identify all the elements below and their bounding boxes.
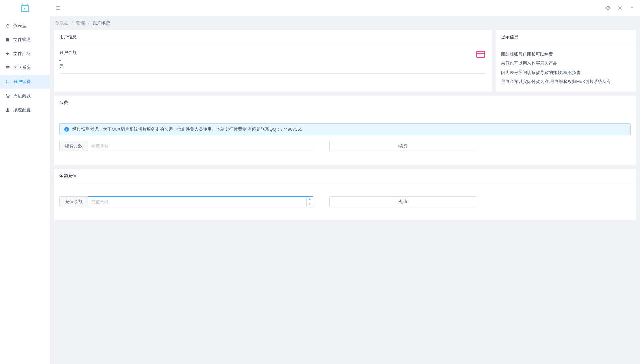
balance-unit: 元 xyxy=(59,63,77,69)
breadcrumb-current: 账户续费 xyxy=(93,20,110,25)
card-title: 提示信息 xyxy=(496,30,636,44)
refresh-button[interactable] xyxy=(605,5,611,11)
sidebar-item-renew[interactable]: 账户续费 xyxy=(0,75,50,89)
sidebar-item-square[interactable]: 文件广场 xyxy=(0,47,50,61)
sidebar-item-label: 系统配置 xyxy=(13,107,31,113)
header xyxy=(50,0,640,16)
sidebar-menu: 仪表盘 文件管理 文件广场 团队系统 xyxy=(0,16,50,364)
svg-text:el: el xyxy=(23,7,26,11)
sidebar-item-label: 周边商城 xyxy=(13,93,31,99)
renew-button[interactable]: 续费 xyxy=(329,141,476,151)
breadcrumb-root[interactable]: 仪表盘 xyxy=(55,20,68,25)
breadcrumb-sep: / xyxy=(72,20,73,25)
breadcrumb: 仪表盘 / 管理 / 账户续费 xyxy=(54,20,636,30)
user-info-card: 用户信息 账户余额 - 元 xyxy=(54,30,492,92)
svg-point-10 xyxy=(7,97,7,98)
hamburger-icon xyxy=(5,65,10,70)
sidebar-item-shop[interactable]: 周边商城 xyxy=(0,89,50,103)
sidebar-item-label: 仪表盘 xyxy=(13,23,26,29)
svg-line-5 xyxy=(8,25,9,26)
tip-item: 因为未仔细阅读条款导致的扣款,概不负责 xyxy=(501,68,631,77)
svg-point-9 xyxy=(6,80,9,83)
recharge-card: 余额充值 充值余额 ▲ ▼ xyxy=(54,169,636,220)
balance-label: 账户余额 xyxy=(59,50,77,56)
sidebar-item-label: 账户续费 xyxy=(13,79,31,85)
renew-input-label: 续费月数 xyxy=(59,141,88,151)
balance-value: - xyxy=(59,58,77,63)
sidebar: el 仪表盘 文件管理 文件广场 xyxy=(0,0,50,364)
user-icon xyxy=(5,108,10,112)
info-icon: i xyxy=(64,127,69,132)
sidebar-item-label: 文件广场 xyxy=(13,51,31,57)
svg-point-11 xyxy=(9,97,9,98)
dropdown-button[interactable] xyxy=(629,5,635,11)
recharge-button[interactable]: 充值 xyxy=(329,196,476,207)
sidebar-item-dashboard[interactable]: 仪表盘 xyxy=(0,19,50,33)
renew-months-input[interactable] xyxy=(88,141,313,151)
tip-item: 团队版账号仅团长可以续费 xyxy=(501,50,631,59)
cart-icon xyxy=(5,94,10,98)
recharge-input-label: 充值余额 xyxy=(59,196,88,207)
card-title: 续费 xyxy=(54,96,636,110)
tips-card: 提示信息 团队版账号仅团长可以续费 余额也可以用来购买周边产品 因为未仔细阅读条… xyxy=(496,30,636,92)
breadcrumb-mid[interactable]: 管理 xyxy=(76,20,85,25)
card-title: 余额充值 xyxy=(54,169,636,183)
sidebar-item-label: 文件管理 xyxy=(13,37,31,43)
share-icon xyxy=(5,51,10,56)
info-alert: i 经过慎重考虑，为了MuX切片系统切片服务走的长远，禁止涉黄人员使用。本站实行… xyxy=(59,123,631,135)
credit-card-icon xyxy=(476,51,485,58)
breadcrumb-sep: / xyxy=(88,20,90,25)
stepper-up-button[interactable]: ▲ xyxy=(306,197,313,202)
sidebar-item-files[interactable]: 文件管理 xyxy=(0,33,50,47)
card-title: 用户信息 xyxy=(54,30,492,44)
toggle-sidebar-button[interactable] xyxy=(55,5,61,11)
logo-icon: el xyxy=(20,3,30,13)
sidebar-item-settings[interactable]: 系统配置 xyxy=(0,103,50,117)
alert-text: 经过慎重考虑，为了MuX切片系统切片服务走的长远，禁止涉黄人员使用。本站实行付费… xyxy=(72,126,302,132)
logo[interactable]: el xyxy=(0,0,50,16)
recharge-amount-input[interactable] xyxy=(88,196,313,207)
renew-card: 续费 i 经过慎重考虑，为了MuX切片系统切片服务走的长远，禁止涉黄人员使用。本… xyxy=(54,96,636,165)
sidebar-item-label: 团队系统 xyxy=(13,65,31,71)
file-icon xyxy=(5,37,10,42)
tip-item: 最终金额以实际付款为准,最终解释权归MuX切片系统所有 xyxy=(501,77,631,86)
spinner-icon xyxy=(5,79,10,84)
fullscreen-button[interactable] xyxy=(617,5,623,11)
stepper-down-button[interactable]: ▼ xyxy=(306,202,313,207)
dashboard-icon xyxy=(5,23,10,28)
tip-item: 余额也可以用来购买周边产品 xyxy=(501,59,631,68)
sidebar-item-team[interactable]: 团队系统 xyxy=(0,61,50,75)
svg-point-12 xyxy=(7,108,8,110)
